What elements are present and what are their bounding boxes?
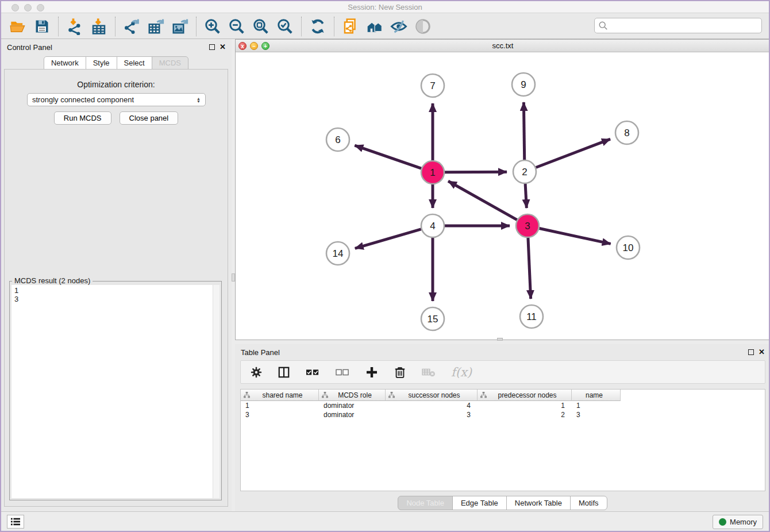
edge-3-to-1[interactable] (448, 181, 517, 219)
table-body: 1dominator4113dominator323 (241, 401, 765, 419)
graph-node-2[interactable]: 2 (513, 160, 536, 183)
first-neighbors-button[interactable] (365, 17, 384, 36)
select-all-icon[interactable] (305, 366, 320, 379)
show-columns-icon[interactable] (278, 366, 290, 379)
toolbar-separator (196, 17, 197, 36)
float-panel-icon[interactable] (748, 349, 754, 355)
tab-network-table[interactable]: Network Table (506, 496, 571, 510)
table-header-row: shared nameMCDS rolesuccessor nodesprede… (241, 390, 765, 401)
result-scrollbar[interactable] (213, 285, 220, 498)
table-row[interactable]: 1dominator411 (241, 401, 765, 410)
function-builder-icon: f(x) (451, 365, 472, 379)
export-table-button[interactable] (147, 17, 165, 36)
network-canvas[interactable]: 7968124314101511 (236, 52, 770, 339)
column-header-MCDS-role[interactable]: MCDS role (319, 390, 386, 401)
mcds-result-text[interactable]: 1 3 (11, 285, 220, 498)
refresh-button[interactable] (309, 17, 327, 36)
cell-shared-name[interactable]: 1 (241, 401, 319, 410)
graph-node-14[interactable]: 14 (326, 242, 349, 265)
search-input[interactable] (609, 18, 761, 33)
close-panel-icon[interactable]: ✕ (759, 349, 765, 355)
toolbar-search[interactable] (594, 18, 762, 33)
column-header-name[interactable]: name (572, 390, 621, 401)
zoom-selected-button[interactable] (276, 17, 294, 36)
table-row[interactable]: 3dominator323 (241, 410, 765, 419)
graph-node-10[interactable]: 10 (617, 236, 640, 259)
frame-minimize-icon[interactable]: – (250, 42, 258, 50)
edge-2-to-8[interactable] (536, 139, 610, 167)
graph-node-3[interactable]: 3 (516, 214, 539, 237)
hide-selected-button[interactable] (390, 17, 408, 36)
cell-MCDS-role[interactable]: dominator (319, 410, 386, 419)
list-icon (10, 517, 21, 526)
toolbar-separator (334, 17, 334, 36)
zoom-out-button[interactable] (228, 17, 246, 36)
run-mcds-button[interactable]: Run MCDS (54, 111, 111, 125)
tab-style[interactable]: Style (86, 56, 117, 70)
column-header-successor-nodes[interactable]: successor nodes (386, 390, 478, 401)
cell-shared-name[interactable]: 3 (241, 410, 319, 419)
save-session-button[interactable] (33, 17, 51, 36)
cell-successor-nodes[interactable]: 3 (386, 410, 478, 419)
network-view-frame: x – + scc.txt 7968124314101511 (235, 39, 770, 340)
tab-mcds[interactable]: MCDS (152, 56, 188, 70)
column-header-shared-name[interactable]: shared name (241, 390, 319, 401)
graph-node-11[interactable]: 11 (520, 305, 543, 328)
tab-motifs[interactable]: Motifs (570, 496, 607, 510)
frame-close-icon[interactable]: x (238, 42, 247, 50)
edge-4-to-14[interactable] (355, 229, 421, 248)
graph-node-8[interactable]: 8 (615, 121, 638, 144)
edge-2-to-3[interactable] (525, 184, 526, 208)
show-hidden-button[interactable] (414, 17, 432, 36)
export-network-button[interactable] (122, 17, 141, 36)
tab-edge-table[interactable]: Edge Table (452, 496, 507, 510)
unselect-all-icon[interactable] (335, 366, 350, 379)
window-title: Session: New Session (1, 3, 769, 11)
open-file-button[interactable] (9, 17, 27, 36)
cell-successor-nodes[interactable]: 4 (386, 401, 478, 410)
criterion-select[interactable]: strongly connected component ▲▼ (27, 93, 206, 106)
node-label: 6 (335, 134, 340, 145)
tab-network[interactable]: Network (44, 56, 86, 70)
float-panel-icon[interactable] (209, 44, 215, 50)
edge-1-to-6[interactable] (355, 145, 421, 168)
frame-maximize-icon[interactable]: + (261, 42, 270, 50)
add-row-icon[interactable] (365, 365, 379, 379)
zoom-in-button[interactable] (203, 17, 222, 36)
task-history-button[interactable] (7, 515, 24, 529)
tab-node-table[interactable]: Node Table (398, 496, 453, 510)
import-network-button[interactable] (66, 17, 84, 36)
delete-row-trash-icon[interactable] (394, 365, 406, 379)
memory-button[interactable]: Memory (713, 515, 763, 529)
duplicate-network-button[interactable] (341, 17, 360, 36)
frame-resize-grip[interactable] (497, 338, 503, 341)
cell-predecessor-nodes[interactable]: 2 (478, 410, 572, 419)
zoom-fit-button[interactable] (252, 17, 270, 36)
edge-1-to-2[interactable] (445, 172, 507, 172)
column-header-predecessor-nodes[interactable]: predecessor nodes (478, 390, 572, 401)
search-icon (598, 21, 609, 31)
cell-name[interactable]: 1 (572, 401, 621, 410)
window-titlebar: Session: New Session (1, 1, 769, 13)
graph-node-9[interactable]: 9 (512, 73, 535, 96)
edge-3-to-10[interactable] (540, 228, 611, 244)
tab-select[interactable]: Select (117, 56, 152, 70)
graph-node-15[interactable]: 15 (421, 307, 444, 330)
close-panel-button[interactable]: Close panel (120, 111, 179, 125)
export-image-button[interactable] (171, 17, 189, 36)
network-graph[interactable]: 7968124314101511 (236, 52, 770, 339)
graph-node-6[interactable]: 6 (326, 128, 349, 151)
edge-2-to-9[interactable] (523, 102, 524, 160)
graph-node-1[interactable]: 1 (421, 161, 444, 184)
cell-MCDS-role[interactable]: dominator (319, 401, 386, 410)
import-table-button[interactable] (90, 17, 108, 36)
memory-status-icon (719, 518, 726, 526)
settings-gear-icon[interactable] (250, 366, 263, 379)
cell-name[interactable]: 3 (572, 410, 621, 419)
graph-node-7[interactable]: 7 (421, 74, 444, 97)
network-frame-titlebar[interactable]: x – + scc.txt (236, 40, 770, 52)
edge-3-to-11[interactable] (528, 238, 531, 299)
close-panel-icon[interactable]: ✕ (220, 44, 226, 50)
graph-node-4[interactable]: 4 (421, 214, 444, 237)
cell-predecessor-nodes[interactable]: 1 (478, 401, 572, 410)
